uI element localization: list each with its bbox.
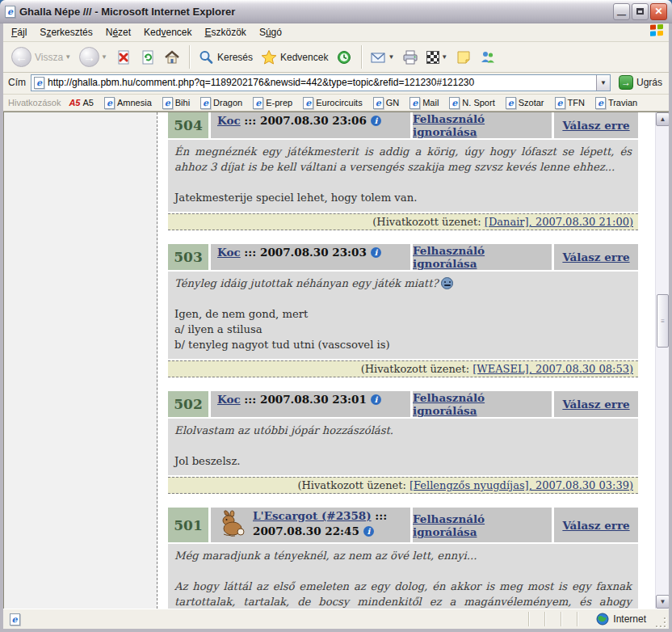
vertical-scrollbar[interactable]: ▲ ≡ ▼	[655, 112, 669, 609]
messenger-button[interactable]	[477, 48, 499, 67]
close-button[interactable]: ✕	[650, 3, 667, 20]
edit-button[interactable]: ▼	[423, 49, 451, 65]
search-button[interactable]: Keresés	[195, 48, 256, 67]
blue-smiley-icon	[441, 277, 453, 289]
menu-item-nézet[interactable]: Nézet	[99, 24, 137, 40]
post-author-cell: Koc ::: 2007.08.30 23:01i	[211, 391, 410, 417]
date-line: 2007.08.30 22:45i	[253, 525, 404, 537]
home-button[interactable]	[161, 48, 183, 67]
ie-logo-icon: e	[5, 6, 15, 18]
link-travian[interactable]: eTravian	[595, 97, 637, 109]
a5-logo-icon: A5	[69, 98, 80, 107]
author-line: Koc ::: 2007.08.30 23:01i	[217, 393, 404, 406]
page-icon: e	[34, 77, 44, 89]
menu-item-fájl[interactable]: Fájl	[5, 24, 33, 40]
link-amnesia[interactable]: eAmnesia	[104, 97, 152, 109]
favorites-button[interactable]: Kedvencek	[258, 48, 331, 67]
menu-bar-items: FájlSzerkesztésNézetKedvencekEszközökSúg…	[5, 24, 288, 40]
link-n-sport[interactable]: eN. Sport	[449, 97, 494, 109]
refresh-button[interactable]	[136, 48, 159, 67]
post-503: 503Koc ::: 2007.08.30 23:03iFelhasználó …	[168, 244, 638, 377]
history-button[interactable]	[333, 48, 355, 67]
info-icon[interactable]: i	[363, 526, 374, 537]
toolbar-separator	[189, 45, 191, 69]
link-mail[interactable]: eMail	[410, 97, 439, 109]
link-eurocircuits[interactable]: eEurocircuits	[303, 97, 362, 109]
reply-link[interactable]: Válasz erre	[562, 119, 629, 132]
scroll-up-button[interactable]: ▲	[656, 112, 669, 126]
menu-item-kedvencek[interactable]: Kedvencek	[137, 24, 198, 40]
menu-item-szerkesztés[interactable]: Szerkesztés	[33, 24, 99, 40]
address-url[interactable]: http://ghalla.pbm.hu/comment.php?q=11892…	[48, 77, 596, 88]
ignore-user-link[interactable]: Felhasználó ignorálása	[413, 244, 552, 270]
info-icon[interactable]: i	[371, 394, 381, 405]
link-label: Bihi	[175, 98, 190, 107]
ignore-user-link[interactable]: Felhasználó ignorálása	[413, 112, 552, 138]
go-button[interactable]: → Ugrás	[615, 74, 666, 91]
reply-cell: Válasz erre	[554, 244, 638, 270]
link-label: GN	[386, 98, 400, 107]
resize-grip[interactable]	[656, 617, 667, 629]
quoted-message-link[interactable]: [WEASEL], 2007.08.30 08:53)	[472, 363, 633, 375]
link-dragon[interactable]: eDragon	[200, 97, 242, 109]
stop-button[interactable]	[112, 48, 135, 67]
rabbit-icon	[217, 510, 246, 540]
quoted-message-link[interactable]: [Danair], 2007.08.30 21:00)	[485, 216, 633, 228]
back-icon: ←	[11, 47, 32, 67]
author-line: Koc ::: 2007.08.30 23:03i	[217, 246, 404, 259]
post-date: 2007.08.30 23:06	[260, 114, 367, 127]
post-number: 501	[168, 508, 208, 542]
reply-link[interactable]: Válasz erre	[562, 251, 629, 263]
menu-item-súgó[interactable]: Súgó	[253, 24, 288, 40]
author-link[interactable]: Koc	[217, 246, 241, 259]
footer-prefix: (Hivatkozott üzenet:	[297, 479, 410, 491]
address-input[interactable]: e http://ghalla.pbm.hu/comment.php?q=118…	[31, 74, 611, 91]
author-link[interactable]: Koc	[217, 393, 241, 406]
post-501: 501L'Escargot (#2358) :::2007.08.30 22:4…	[168, 508, 638, 609]
reply-cell: Válasz erre	[554, 391, 638, 417]
link-label: Amnesia	[117, 98, 152, 107]
footer-prefix: (Hivatkozott üzenet:	[361, 363, 473, 375]
stop-icon	[116, 49, 132, 65]
edit-dropdown-icon: ▼	[441, 53, 447, 61]
menu-item-eszközök[interactable]: Eszközök	[199, 24, 253, 40]
post-header: 503Koc ::: 2007.08.30 23:03iFelhasználó …	[168, 244, 638, 270]
print-icon	[402, 49, 418, 65]
menu-bar: FájlSzerkesztésNézetKedvencekEszközökSúg…	[3, 23, 669, 42]
post-date: 2007.08.30 23:03	[260, 246, 367, 259]
link-a5[interactable]: A5A5	[69, 97, 94, 109]
link-gn[interactable]: eGN	[373, 97, 400, 109]
link-label: Szotar	[519, 98, 544, 107]
links-bar-items: A5A5eAmnesiaeBihieDragoneE-prepeEurocirc…	[69, 97, 648, 109]
quoted-message-link[interactable]: [Fellengzős nyugdíjas], 2007.08.30 03:39…	[410, 479, 633, 491]
link-page-icon: e	[555, 97, 565, 109]
link-e-prep[interactable]: eE-prep	[253, 97, 292, 109]
ignore-user-link[interactable]: Felhasználó ignorálása	[413, 512, 552, 538]
post-header: 504Koc ::: 2007.08.30 23:06iFelhasználó …	[168, 112, 638, 138]
forward-button[interactable]: → ▼	[76, 45, 111, 69]
back-button[interactable]: ← Vissza ▼	[8, 45, 74, 69]
maximize-button[interactable]	[632, 3, 649, 20]
link-szotar[interactable]: eSzotar	[506, 97, 544, 109]
ignore-user-link[interactable]: Felhasználó ignorálása	[413, 391, 552, 417]
info-icon[interactable]: i	[371, 116, 381, 126]
mail-button[interactable]: ▼	[367, 48, 397, 67]
search-label: Keresés	[217, 52, 253, 63]
reply-link[interactable]: Válasz erre	[562, 519, 629, 532]
author-link[interactable]: L'Escargot (#2358)	[253, 509, 372, 522]
standard-toolbar: ← Vissza ▼ → ▼ Keresés	[3, 42, 669, 73]
author-link[interactable]: Koc	[217, 114, 241, 127]
discuss-button[interactable]	[452, 48, 475, 67]
scroll-down-button[interactable]: ▼	[656, 595, 669, 609]
reply-link[interactable]: Válasz erre	[562, 398, 629, 411]
link-tfn[interactable]: eTFN	[555, 97, 585, 109]
link-label: A5	[82, 98, 93, 107]
address-dropdown-button[interactable]: ▼	[596, 75, 610, 91]
info-icon[interactable]: i	[371, 247, 381, 258]
post-paragraph: Még maradjunk a tényeknél, az nem az övé…	[174, 548, 632, 563]
status-bar: e Internet	[3, 609, 669, 629]
link-bihi[interactable]: eBihi	[162, 97, 190, 109]
scrollbar-thumb[interactable]: ≡	[657, 294, 669, 348]
print-button[interactable]	[399, 48, 422, 67]
minimize-button[interactable]: —	[613, 3, 630, 20]
